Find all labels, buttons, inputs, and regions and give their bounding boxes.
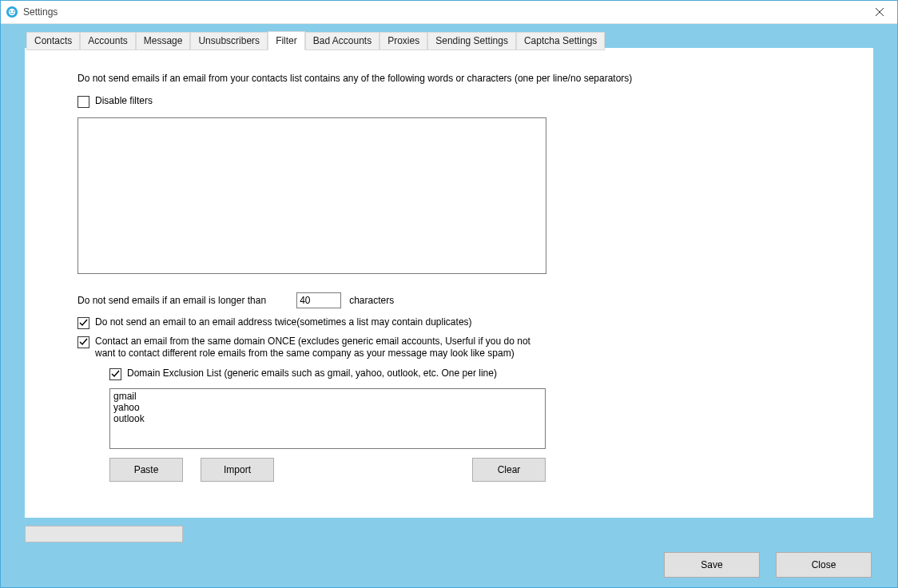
svg-point-2 <box>10 10 11 12</box>
tab-page-filter: Do not send emails if an email from your… <box>25 50 873 520</box>
filter-words-textarea[interactable] <box>77 117 546 274</box>
paste-button[interactable]: Paste <box>109 458 183 482</box>
tab-captcha-settings[interactable]: Captcha Settings <box>516 32 605 50</box>
same-domain-once-label: Contact an email from the same domain ON… <box>95 336 542 360</box>
domain-exclusion-label: Domain Exclusion List (generic emails su… <box>127 368 497 379</box>
domain-exclusion-textarea[interactable] <box>109 388 546 449</box>
no-duplicate-send-label: Do not send an email to an email address… <box>95 316 472 328</box>
tab-unsubscribers[interactable]: Unsubscribers <box>190 32 268 50</box>
save-button[interactable]: Save <box>664 552 760 578</box>
disable-filters-label: Disable filters <box>95 95 153 106</box>
tab-accounts[interactable]: Accounts <box>80 32 135 50</box>
svg-point-1 <box>9 9 15 15</box>
tab-proxies[interactable]: Proxies <box>379 32 427 50</box>
client-area: Contacts Accounts Message Unsubscribers … <box>1 24 897 587</box>
maxlen-prefix-label: Do not send emails if an email is longer… <box>77 295 266 306</box>
app-icon <box>6 6 18 18</box>
maxlen-input[interactable] <box>296 292 341 308</box>
settings-window: Settings Contacts Accounts Message Unsub… <box>0 0 898 588</box>
progress-bar <box>25 526 183 542</box>
window-title: Settings <box>23 6 58 18</box>
filter-header-text: Do not send emails if an email from your… <box>77 73 821 84</box>
domain-exclusion-checkbox[interactable] <box>109 368 121 380</box>
tab-bad-accounts[interactable]: Bad Accounts <box>305 32 379 50</box>
close-button[interactable]: Close <box>776 552 872 578</box>
window-close-button[interactable] <box>862 1 897 23</box>
tab-host: Contacts Accounts Message Unsubscribers … <box>25 48 873 518</box>
maxlen-suffix-label: characters <box>349 295 394 306</box>
tab-filter[interactable]: Filter <box>268 31 305 50</box>
svg-point-3 <box>13 10 14 12</box>
tab-sending-settings[interactable]: Sending Settings <box>427 32 516 50</box>
disable-filters-checkbox[interactable] <box>77 96 89 108</box>
close-icon <box>876 8 884 16</box>
titlebar: Settings <box>1 1 897 24</box>
tab-contacts[interactable]: Contacts <box>26 32 80 50</box>
clear-button[interactable]: Clear <box>472 458 546 482</box>
import-button[interactable]: Import <box>201 458 274 482</box>
tab-strip: Contacts Accounts Message Unsubscribers … <box>25 31 873 50</box>
tab-message[interactable]: Message <box>136 32 191 50</box>
no-duplicate-send-checkbox[interactable] <box>77 317 89 329</box>
same-domain-once-checkbox[interactable] <box>77 336 89 348</box>
